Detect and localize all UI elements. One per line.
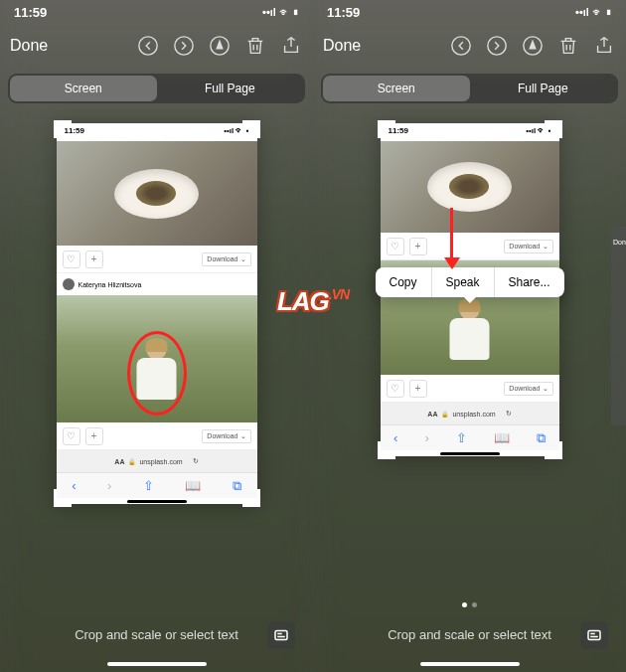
text-select-icon[interactable] [580, 621, 608, 649]
lock-icon: 🔒 [441, 411, 448, 418]
copy-option[interactable]: Copy [375, 267, 431, 297]
lock-icon: 🔒 [128, 458, 135, 465]
download-button: Download⌄ [202, 429, 250, 443]
text-select-icon[interactable] [267, 621, 295, 649]
tab-screen[interactable]: Screen [323, 76, 470, 101]
markup-icon[interactable] [521, 34, 545, 58]
download-button: Download⌄ [504, 240, 552, 253]
home-indicator [0, 656, 313, 672]
done-button[interactable]: Done [10, 37, 48, 55]
heart-icon: ♡ [63, 251, 80, 268]
food-photo [57, 141, 257, 246]
forward-icon: › [424, 430, 428, 445]
screenshot-preview[interactable]: Copy Speak Share... 11:59••ıl ᯤ ▪ ♡ + Do… [381, 123, 559, 456]
author-name: Kateryna Hliznitsova [78, 281, 142, 288]
back-icon: ‹ [72, 478, 76, 493]
speak-option[interactable]: Speak [431, 267, 494, 297]
trash-icon[interactable] [243, 34, 267, 58]
svg-rect-7 [588, 630, 600, 639]
food-photo [381, 141, 559, 233]
redo-icon[interactable] [485, 34, 509, 58]
forward-icon: › [107, 478, 111, 493]
markup-icon[interactable] [208, 34, 232, 58]
svg-point-0 [139, 37, 157, 55]
phone-right: 11:59 ••ıl ᯤ ▮ Done Screen Full Page Don… [313, 0, 626, 672]
bottom-bar: Crop and scale or select text [313, 613, 626, 656]
heart-icon: ♡ [387, 238, 404, 255]
redo-icon[interactable] [172, 34, 196, 58]
hint-text: Crop and scale or select text [388, 627, 551, 642]
undo-icon[interactable] [449, 34, 473, 58]
red-annotation-circle [127, 331, 187, 416]
home-indicator [313, 656, 626, 672]
hint-text: Crop and scale or select text [75, 627, 238, 642]
plus-icon: + [85, 427, 103, 445]
heart-icon: ♡ [387, 380, 404, 398]
share-icon[interactable] [279, 34, 303, 58]
page-dots [313, 596, 626, 613]
undo-icon[interactable] [136, 34, 160, 58]
plus-icon: + [85, 251, 103, 268]
share-nav-icon: ⇧ [143, 478, 154, 493]
bookmarks-icon: 📖 [185, 478, 201, 493]
preview-status-bar: 11:59••ıl ᯤ ▪ [57, 123, 257, 141]
photo-actions: ♡ + Download⌄ [57, 246, 257, 273]
svg-point-1 [175, 37, 193, 55]
download-button: Download⌄ [202, 252, 250, 266]
status-indicators: ••ıl ᯤ ▮ [575, 6, 612, 18]
plus-icon: + [409, 380, 427, 398]
photo-actions-2: ♡ + Download⌄ [381, 375, 559, 403]
bookmarks-icon: 📖 [494, 430, 510, 445]
plus-icon: + [409, 238, 427, 255]
done-button[interactable]: Done [323, 37, 361, 55]
share-icon[interactable] [592, 34, 616, 58]
author-row: Kateryna Hliznitsova [57, 273, 257, 295]
red-arrow-annotation [444, 208, 460, 277]
kid-photo [57, 295, 257, 422]
status-time: 11:59 [14, 5, 47, 20]
next-page-peek: Done [611, 227, 626, 425]
bottom-bar: Crop and scale or select text [0, 613, 313, 656]
photo-actions: ♡ + Download⌄ [381, 233, 559, 260]
share-option[interactable]: Share... [495, 267, 564, 297]
avatar [63, 278, 75, 290]
tab-screen[interactable]: Screen [10, 76, 157, 101]
screenshot-preview[interactable]: 11:59••ıl ᯤ ▪ ♡ + Download⌄ Kateryna Hli… [57, 123, 257, 504]
status-indicators: ••ıl ᯤ ▮ [262, 6, 299, 18]
safari-nav: ‹ › ⇧ 📖 ⧉ [57, 472, 257, 498]
svg-point-4 [452, 37, 470, 55]
context-menu: Copy Speak Share... [375, 267, 563, 297]
status-bar: 11:59 ••ıl ᯤ ▮ [313, 0, 626, 24]
heart-icon: ♡ [63, 427, 80, 445]
download-button: Download⌄ [504, 382, 552, 396]
phone-left: 11:59 ••ıl ᯤ ▮ Done Screen Full Page 11:… [0, 0, 313, 672]
refresh-icon: ↻ [193, 457, 199, 465]
trash-icon[interactable] [556, 34, 580, 58]
tab-fullpage[interactable]: Full Page [470, 76, 617, 101]
refresh-icon: ↻ [506, 410, 512, 418]
toolbar: Done [0, 24, 313, 68]
tab-fullpage[interactable]: Full Page [157, 76, 304, 101]
view-tabs: Screen Full Page [8, 74, 305, 103]
safari-url-bar: AA 🔒 unsplash.com ↻ [381, 403, 559, 424]
view-tabs: Screen Full Page [321, 74, 618, 103]
toolbar: Done [313, 24, 626, 68]
status-time: 11:59 [327, 5, 360, 20]
photo-actions-2: ♡ + Download⌄ [57, 422, 257, 450]
safari-url-bar: AA 🔒 unsplash.com ↻ [57, 450, 257, 472]
preview-status-bar: 11:59••ıl ᯤ ▪ [381, 123, 559, 141]
tabs-icon: ⧉ [233, 478, 241, 494]
status-bar: 11:59 ••ıl ᯤ ▮ [0, 0, 313, 24]
watermark: LAG.VN [277, 286, 349, 317]
safari-nav: ‹ › ⇧ 📖 ⧉ [381, 424, 559, 450]
share-nav-icon: ⇧ [456, 430, 467, 445]
svg-rect-3 [275, 630, 287, 639]
svg-point-5 [488, 37, 506, 55]
